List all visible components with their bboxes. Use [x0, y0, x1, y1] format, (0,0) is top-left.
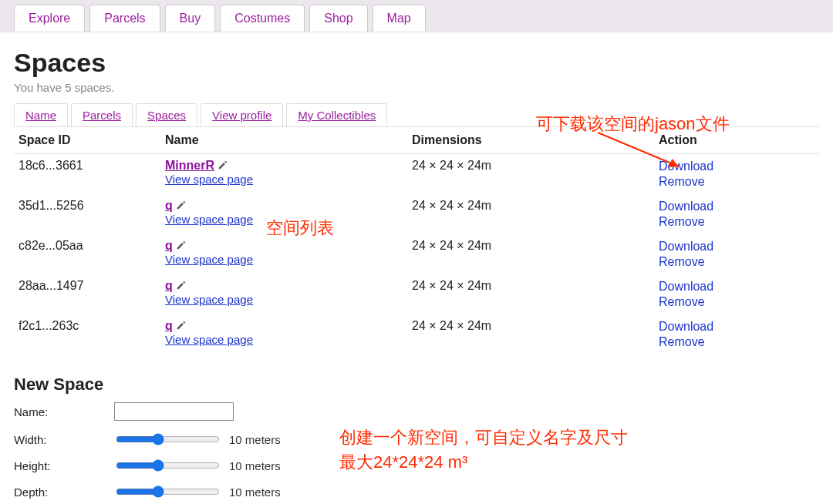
new-space-heading: New Space — [14, 375, 819, 395]
cell-actions: DownloadRemove — [654, 234, 819, 274]
row-name: Name: — [14, 402, 819, 421]
slider-height-value: 10 meters — [229, 459, 281, 472]
table-row: c82e...05aaqView space page24 × 24 × 24m… — [14, 234, 819, 274]
cell-dimensions: 24 × 24 × 24m — [407, 314, 654, 354]
tab-parcels[interactable]: Parcels — [89, 5, 160, 32]
subtab-name[interactable]: Name — [14, 103, 68, 126]
download-link[interactable]: Download — [659, 279, 814, 294]
cell-name: qView space page — [160, 274, 407, 314]
th-dimensions: Dimensions — [407, 127, 654, 154]
pencil-icon[interactable] — [176, 199, 187, 213]
subtab-parcels[interactable]: Parcels — [71, 103, 133, 126]
cell-dimensions: 24 × 24 × 24m — [407, 234, 654, 274]
remove-link[interactable]: Remove — [659, 334, 814, 350]
slider-width-value: 10 meters — [229, 433, 281, 446]
cell-actions: DownloadRemove — [654, 274, 819, 314]
space-name-link[interactable]: q — [165, 319, 173, 332]
page-content: Spaces You have 5 spaces. Name Parcels S… — [0, 32, 833, 504]
pencil-icon[interactable] — [176, 279, 187, 293]
remove-link[interactable]: Remove — [659, 214, 814, 230]
label-depth: Depth: — [14, 486, 114, 499]
view-space-link[interactable]: View space page — [165, 333, 253, 346]
subtab-spaces[interactable]: Spaces — [136, 103, 197, 126]
row-width: Width: 10 meters — [14, 432, 819, 447]
view-space-link[interactable]: View space page — [165, 293, 253, 306]
profile-subtabs: Name Parcels Spaces View profile My Coll… — [14, 103, 819, 127]
space-name-link[interactable]: q — [165, 239, 173, 252]
tab-map[interactable]: Map — [373, 5, 426, 32]
table-row: 35d1...5256qView space page24 × 24 × 24m… — [14, 194, 819, 234]
download-link[interactable]: Download — [659, 319, 814, 334]
table-row: f2c1...263cqView space page24 × 24 × 24m… — [14, 314, 819, 354]
spaces-table: Space ID Name Dimensions Action 18c6...3… — [14, 127, 819, 354]
download-link[interactable]: Download — [659, 199, 814, 214]
table-row: 28aa...1497qView space page24 × 24 × 24m… — [14, 274, 819, 314]
label-name: Name: — [14, 405, 114, 418]
cell-name: qView space page — [160, 314, 407, 354]
space-name-link[interactable]: q — [165, 199, 173, 212]
cell-name: qView space page — [160, 194, 407, 234]
tab-buy[interactable]: Buy — [165, 5, 216, 32]
view-space-link[interactable]: View space page — [165, 173, 253, 186]
cell-actions: DownloadRemove — [654, 314, 819, 354]
th-action: Action — [654, 127, 819, 154]
table-row: 18c6...3661MinnerRView space page24 × 24… — [14, 154, 819, 195]
view-space-link[interactable]: View space page — [165, 213, 253, 226]
pencil-icon[interactable] — [176, 239, 187, 253]
cell-dimensions: 24 × 24 × 24m — [407, 154, 654, 195]
remove-link[interactable]: Remove — [659, 254, 814, 270]
page-title: Spaces — [14, 48, 819, 78]
remove-link[interactable]: Remove — [659, 294, 814, 310]
slider-depth[interactable] — [116, 486, 220, 498]
slider-depth-value: 10 meters — [229, 486, 281, 499]
row-height: Height: 10 meters — [14, 458, 819, 473]
label-width: Width: — [14, 433, 114, 446]
cell-actions: DownloadRemove — [654, 154, 819, 195]
row-depth: Depth: 10 meters — [14, 484, 819, 499]
cell-space-id: c82e...05aa — [14, 234, 160, 274]
space-name-link[interactable]: q — [165, 279, 173, 292]
th-space-id: Space ID — [14, 127, 160, 154]
download-link[interactable]: Download — [659, 239, 814, 254]
subtab-collectibles[interactable]: My Collectibles — [286, 103, 387, 126]
cell-space-id: 18c6...3661 — [14, 154, 160, 195]
page-subtitle: You have 5 spaces. — [14, 81, 819, 94]
view-space-link[interactable]: View space page — [165, 253, 253, 266]
tab-explore[interactable]: Explore — [14, 5, 85, 32]
input-name[interactable] — [114, 402, 234, 421]
subtab-view-profile[interactable]: View profile — [201, 103, 283, 126]
cell-space-id: f2c1...263c — [14, 314, 160, 354]
top-nav: Explore Parcels Buy Costumes Shop Map — [0, 0, 833, 32]
th-name: Name — [160, 127, 407, 154]
download-link[interactable]: Download — [659, 159, 814, 174]
cell-space-id: 28aa...1497 — [14, 274, 160, 314]
space-name-link[interactable]: MinnerR — [165, 159, 214, 172]
cell-dimensions: 24 × 24 × 24m — [407, 194, 654, 234]
slider-width[interactable] — [116, 433, 220, 445]
cell-actions: DownloadRemove — [654, 194, 819, 234]
cell-dimensions: 24 × 24 × 24m — [407, 274, 654, 314]
slider-height[interactable] — [116, 459, 220, 472]
cell-name: MinnerRView space page — [160, 154, 407, 195]
cell-name: qView space page — [160, 234, 407, 274]
remove-link[interactable]: Remove — [659, 174, 814, 190]
pencil-icon[interactable] — [218, 159, 228, 173]
pencil-icon[interactable] — [176, 319, 187, 333]
tab-shop[interactable]: Shop — [309, 5, 367, 32]
cell-space-id: 35d1...5256 — [14, 194, 160, 234]
label-height: Height: — [14, 459, 114, 472]
tab-costumes[interactable]: Costumes — [220, 5, 305, 32]
